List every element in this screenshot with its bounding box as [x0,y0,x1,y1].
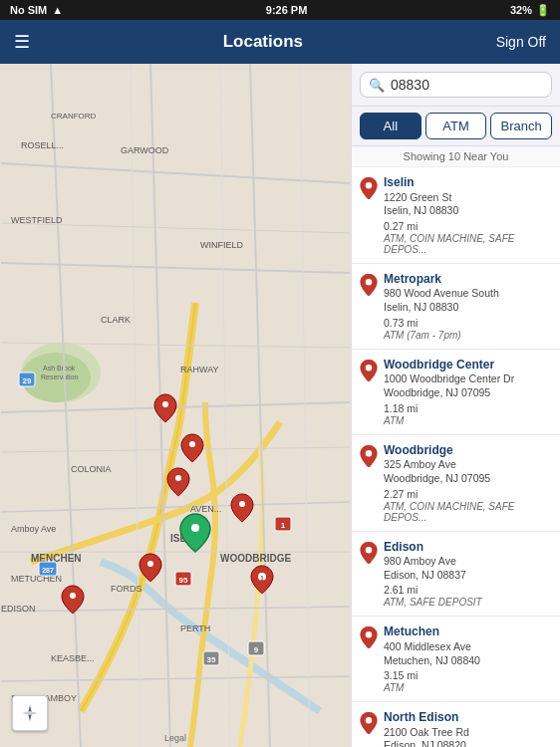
svg-text:CRANFORD: CRANFORD [51,112,97,121]
showing-label: Showing 10 Near You [352,146,560,167]
location-distance: 2.61 mi [384,584,552,596]
location-distance: 0.27 mi [384,220,552,232]
filter-all-button[interactable]: All [360,113,421,139]
svg-text:WOODBRIDGE: WOODBRIDGE [220,553,291,564]
list-item[interactable]: Woodbridge 325 Amboy AveWoodbridge, NJ 0… [352,435,560,532]
location-info: Woodbridge 325 Amboy AveWoodbridge, NJ 0… [384,443,552,523]
location-name: Iselin [384,175,552,191]
location-pin-icon [360,274,378,296]
battery-icon: 🔋 [536,4,550,17]
svg-text:AVEN...: AVEN... [190,504,221,514]
location-info: Metropark 980 Wood Avenue SouthIselin, N… [384,272,552,341]
location-address: 1220 Green StIselin, NJ 08830 [384,191,552,218]
search-box: 🔍 [352,64,560,107]
location-pin-icon [360,360,378,381]
svg-text:WESTFIELD: WESTFIELD [11,215,63,225]
location-distance: 2.27 mi [384,488,552,500]
map-legal: Legal [164,733,186,743]
location-list: Iselin 1220 Green StIselin, NJ 08830 0.2… [352,167,560,747]
svg-point-73 [366,182,372,188]
svg-text:PERTH: PERTH [180,623,210,633]
location-info: Woodbridge Center 1000 Woodbridge Center… [384,358,552,426]
status-right: 32% 🔋 [510,4,550,17]
svg-point-53 [189,441,195,447]
status-left: No SIM ▲ [10,4,63,16]
svg-point-83 [366,631,372,637]
svg-text:FORDS: FORDS [111,584,142,594]
location-pin-icon [360,712,378,734]
svg-text:Amboy Ave: Amboy Ave [11,524,56,534]
list-item[interactable]: Metuchen 400 Middlesex AveMetuchen, NJ 0… [352,617,560,702]
carrier-text: No SIM [10,4,47,16]
svg-point-61 [147,561,153,567]
status-bar: No SIM ▲ 9:26 PM 32% 🔋 [0,0,560,20]
status-time: 9:26 PM [266,4,308,16]
svg-text:CLARK: CLARK [101,315,131,325]
search-icon: 🔍 [369,78,385,93]
main-content: Ash Brook Reservation [0,64,560,747]
svg-text:9: 9 [254,645,259,654]
location-name: Metuchen [384,624,552,640]
list-item[interactable]: Iselin 1220 Green StIselin, NJ 08830 0.2… [352,167,560,264]
location-pin-icon [360,542,378,564]
location-services: ATM (7am - 7pm) [384,330,552,341]
location-name: Woodbridge Center [384,358,552,374]
nav-bar: ☰ Locations Sign Off [0,20,560,64]
svg-text:95: 95 [179,576,188,585]
filter-atm-button[interactable]: ATM [425,113,487,139]
svg-point-59 [239,501,245,507]
svg-point-63 [70,593,76,599]
location-distance: 1.18 mi [384,402,552,414]
location-services: ATM, SAFE DEPOSIT [384,597,552,608]
location-address: 1000 Woodbridge Center DrWoodbridge, NJ … [384,373,552,399]
location-name: North Edison [384,710,552,726]
svg-text:Ash Brook: Ash Brook [43,365,76,372]
location-services: ATM, COIN MACHINE, SAFE DEPOS... [384,233,552,255]
location-services: ATM, COIN MACHINE, SAFE DEPOS... [384,501,552,523]
location-services: ATM [384,682,552,693]
svg-text:KEASBE...: KEASBE... [51,653,95,663]
location-address: 400 Middlesex AveMetuchen, NJ 08840 [384,640,552,667]
svg-text:Reservation: Reservation [41,374,78,380]
page-title: Locations [223,32,303,52]
location-pin-icon [360,177,378,199]
svg-point-69 [191,524,199,532]
location-info: Iselin 1220 Green StIselin, NJ 08830 0.2… [384,175,552,255]
right-panel: 🔍 All ATM Branch Showing 10 Near You Ise… [351,64,560,747]
sign-off-button[interactable]: Sign Off [496,34,546,50]
list-item[interactable]: North Edison 2100 Oak Tree RdEdison, NJ … [352,702,560,747]
map-area[interactable]: Ash Brook Reservation [0,64,351,747]
location-name: Metropark [384,272,552,288]
svg-point-55 [162,401,168,407]
menu-icon[interactable]: ☰ [14,31,30,53]
search-input-wrap[interactable]: 🔍 [360,72,552,98]
svg-text:29: 29 [23,376,32,385]
location-distance: 0.73 mi [384,317,552,329]
location-info: Edison 980 Amboy AveEdison, NJ 08837 2.6… [384,540,552,609]
svg-text:EDISON: EDISON [1,604,36,614]
list-item[interactable]: Edison 980 Amboy AveEdison, NJ 08837 2.6… [352,532,560,618]
filter-branch-button[interactable]: Branch [490,113,552,139]
svg-text:WINFIELD: WINFIELD [200,240,244,250]
location-services: ATM [384,415,552,426]
battery-text: 32% [510,4,532,16]
search-input[interactable] [391,77,543,93]
svg-text:35: 35 [207,655,216,664]
svg-marker-71 [22,711,38,715]
svg-point-79 [366,450,372,456]
svg-text:GARWOOD: GARWOOD [121,145,169,155]
svg-point-75 [366,279,372,285]
location-pin-icon [360,445,378,467]
location-address: 980 Amboy AveEdison, NJ 08837 [384,555,552,582]
svg-text:1: 1 [281,521,286,530]
list-item[interactable]: Metropark 980 Wood Avenue SouthIselin, N… [352,264,560,350]
svg-point-77 [366,365,372,371]
location-distance: 3.15 mi [384,669,552,681]
my-location-button[interactable] [12,695,48,731]
svg-point-81 [366,547,372,553]
list-item[interactable]: Woodbridge Center 1000 Woodbridge Center… [352,350,560,435]
compass-icon [20,703,40,723]
filter-row: All ATM Branch [352,107,560,146]
location-address: 325 Amboy AveWoodbridge, NJ 07095 [384,458,552,485]
svg-text:RAHWAY: RAHWAY [180,365,219,374]
